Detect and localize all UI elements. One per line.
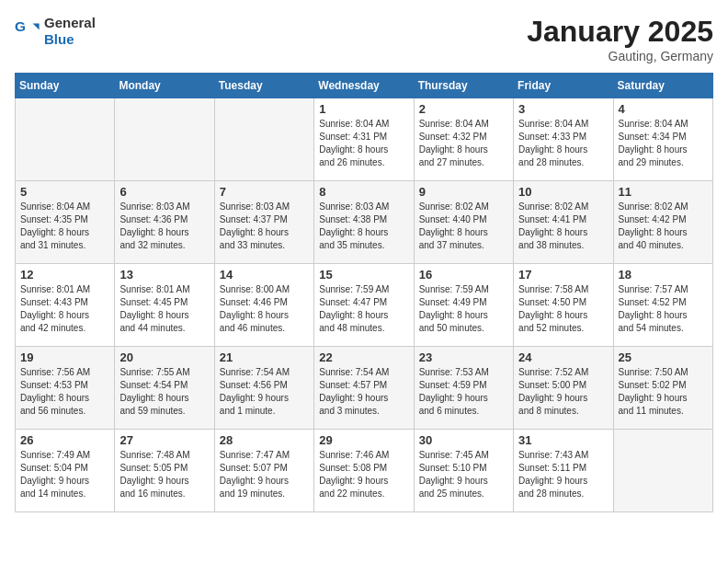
day-info: Sunrise: 8:04 AM Sunset: 4:35 PM Dayligh… — [20, 201, 109, 252]
day-number: 22 — [319, 350, 408, 364]
day-info: Sunrise: 7:59 AM Sunset: 4:47 PM Dayligh… — [319, 283, 408, 335]
day-number: 31 — [518, 433, 608, 447]
calendar-cell: 19Sunrise: 7:56 AM Sunset: 4:53 PM Dayli… — [16, 347, 115, 430]
calendar-cell: 12Sunrise: 8:01 AM Sunset: 4:43 PM Dayli… — [16, 264, 115, 347]
calendar-cell: 24Sunrise: 7:52 AM Sunset: 5:00 PM Dayli… — [514, 347, 613, 430]
calendar-table: SundayMondayTuesdayWednesdayThursdayFrid… — [15, 73, 713, 512]
calendar-cell: 23Sunrise: 7:53 AM Sunset: 4:59 PM Dayli… — [414, 347, 513, 430]
day-info: Sunrise: 8:02 AM Sunset: 4:42 PM Dayligh… — [619, 201, 708, 252]
day-info: Sunrise: 8:04 AM Sunset: 4:32 PM Dayligh… — [419, 118, 508, 169]
calendar-cell: 4Sunrise: 8:04 AM Sunset: 4:34 PM Daylig… — [613, 98, 712, 181]
calendar-cell: 2Sunrise: 8:04 AM Sunset: 4:32 PM Daylig… — [414, 98, 513, 181]
calendar-cell: 11Sunrise: 8:02 AM Sunset: 4:42 PM Dayli… — [613, 181, 712, 264]
logo: G General Blue — [15, 15, 96, 48]
day-info: Sunrise: 7:45 AM Sunset: 5:10 PM Dayligh… — [419, 449, 508, 500]
calendar-cell: 13Sunrise: 8:01 AM Sunset: 4:45 PM Dayli… — [115, 264, 214, 347]
day-info: Sunrise: 7:59 AM Sunset: 4:49 PM Dayligh… — [419, 283, 508, 335]
location-label: Gauting, Germany — [527, 49, 713, 63]
day-number: 29 — [319, 433, 408, 447]
calendar-cell: 17Sunrise: 7:58 AM Sunset: 4:50 PM Dayli… — [514, 264, 613, 347]
calendar-week-row: 12Sunrise: 8:01 AM Sunset: 4:43 PM Dayli… — [16, 264, 713, 347]
day-info: Sunrise: 7:46 AM Sunset: 5:08 PM Dayligh… — [319, 449, 408, 500]
logo-text: General Blue — [44, 15, 96, 48]
day-number: 26 — [20, 433, 109, 447]
calendar-cell: 29Sunrise: 7:46 AM Sunset: 5:08 PM Dayli… — [314, 430, 414, 512]
day-number: 5 — [20, 185, 109, 199]
calendar-cell: 22Sunrise: 7:54 AM Sunset: 4:57 PM Dayli… — [314, 347, 414, 430]
day-info: Sunrise: 7:58 AM Sunset: 4:50 PM Dayligh… — [518, 283, 608, 335]
day-number: 16 — [419, 268, 508, 282]
day-number: 15 — [319, 268, 408, 282]
day-info: Sunrise: 8:03 AM Sunset: 4:38 PM Dayligh… — [319, 201, 408, 252]
day-number: 9 — [419, 185, 508, 199]
calendar-week-row: 26Sunrise: 7:49 AM Sunset: 5:04 PM Dayli… — [16, 430, 713, 512]
day-info: Sunrise: 8:02 AM Sunset: 4:41 PM Dayligh… — [518, 201, 608, 252]
weekday-header: Friday — [514, 74, 613, 98]
svg-text:G: G — [15, 18, 26, 34]
weekday-header: Saturday — [613, 74, 712, 98]
calendar-week-row: 1Sunrise: 8:04 AM Sunset: 4:31 PM Daylig… — [16, 98, 713, 181]
calendar-cell: 3Sunrise: 8:04 AM Sunset: 4:33 PM Daylig… — [514, 98, 613, 181]
day-number: 14 — [220, 268, 309, 282]
weekday-header: Tuesday — [214, 74, 313, 98]
day-info: Sunrise: 7:50 AM Sunset: 5:02 PM Dayligh… — [619, 366, 708, 418]
calendar-week-row: 5Sunrise: 8:04 AM Sunset: 4:35 PM Daylig… — [16, 181, 713, 264]
day-info: Sunrise: 8:03 AM Sunset: 4:36 PM Dayligh… — [119, 201, 209, 252]
day-info: Sunrise: 7:47 AM Sunset: 5:07 PM Dayligh… — [220, 449, 309, 500]
day-number: 10 — [518, 185, 608, 199]
day-info: Sunrise: 7:55 AM Sunset: 4:54 PM Dayligh… — [119, 366, 209, 418]
calendar-cell: 14Sunrise: 8:00 AM Sunset: 4:46 PM Dayli… — [214, 264, 313, 347]
logo-blue: Blue — [44, 31, 74, 47]
day-info: Sunrise: 7:54 AM Sunset: 4:57 PM Dayligh… — [319, 366, 408, 418]
logo-general: General — [44, 15, 96, 30]
weekday-header: Wednesday — [314, 74, 414, 98]
calendar-cell: 6Sunrise: 8:03 AM Sunset: 4:36 PM Daylig… — [115, 181, 214, 264]
calendar-cell: 25Sunrise: 7:50 AM Sunset: 5:02 PM Dayli… — [613, 347, 712, 430]
calendar-cell — [115, 98, 214, 181]
calendar-cell: 10Sunrise: 8:02 AM Sunset: 4:41 PM Dayli… — [514, 181, 613, 264]
day-info: Sunrise: 8:00 AM Sunset: 4:46 PM Dayligh… — [220, 283, 309, 335]
day-number: 8 — [319, 185, 408, 199]
day-number: 19 — [20, 350, 109, 364]
day-info: Sunrise: 7:54 AM Sunset: 4:56 PM Dayligh… — [220, 366, 309, 418]
calendar-cell: 28Sunrise: 7:47 AM Sunset: 5:07 PM Dayli… — [214, 430, 313, 512]
day-number: 17 — [518, 268, 608, 282]
day-number: 20 — [119, 350, 209, 364]
day-number: 13 — [119, 268, 209, 282]
day-number: 25 — [619, 350, 708, 364]
svg-marker-1 — [33, 24, 40, 30]
day-number: 21 — [220, 350, 309, 364]
day-number: 23 — [419, 350, 508, 364]
calendar-cell: 18Sunrise: 7:57 AM Sunset: 4:52 PM Dayli… — [613, 264, 712, 347]
day-info: Sunrise: 8:01 AM Sunset: 4:43 PM Dayligh… — [20, 283, 109, 335]
calendar-cell — [16, 98, 115, 181]
day-number: 24 — [518, 350, 608, 364]
title-block: January 2025 Gauting, Germany — [527, 15, 713, 63]
day-info: Sunrise: 7:53 AM Sunset: 4:59 PM Dayligh… — [419, 366, 508, 418]
day-info: Sunrise: 7:43 AM Sunset: 5:11 PM Dayligh… — [518, 449, 608, 500]
day-info: Sunrise: 8:03 AM Sunset: 4:37 PM Dayligh… — [220, 201, 309, 252]
calendar-cell: 16Sunrise: 7:59 AM Sunset: 4:49 PM Dayli… — [414, 264, 513, 347]
calendar-cell: 21Sunrise: 7:54 AM Sunset: 4:56 PM Dayli… — [214, 347, 313, 430]
calendar-week-row: 19Sunrise: 7:56 AM Sunset: 4:53 PM Dayli… — [16, 347, 713, 430]
logo-icon: G — [15, 18, 40, 44]
day-info: Sunrise: 7:52 AM Sunset: 5:00 PM Dayligh… — [518, 366, 608, 418]
calendar-cell — [214, 98, 313, 181]
weekday-header-row: SundayMondayTuesdayWednesdayThursdayFrid… — [16, 74, 713, 98]
calendar-cell: 9Sunrise: 8:02 AM Sunset: 4:40 PM Daylig… — [414, 181, 513, 264]
day-number: 11 — [619, 185, 708, 199]
calendar-cell: 27Sunrise: 7:48 AM Sunset: 5:05 PM Dayli… — [115, 430, 214, 512]
day-number: 7 — [220, 185, 309, 199]
month-year-title: January 2025 — [527, 15, 713, 49]
page-header: G General Blue January 2025 Gauting, Ger… — [15, 15, 713, 63]
day-number: 1 — [319, 102, 408, 116]
calendar-cell: 20Sunrise: 7:55 AM Sunset: 4:54 PM Dayli… — [115, 347, 214, 430]
calendar-cell — [613, 430, 712, 512]
day-info: Sunrise: 8:02 AM Sunset: 4:40 PM Dayligh… — [419, 201, 508, 252]
calendar-cell: 8Sunrise: 8:03 AM Sunset: 4:38 PM Daylig… — [314, 181, 414, 264]
day-number: 2 — [419, 102, 508, 116]
day-info: Sunrise: 7:48 AM Sunset: 5:05 PM Dayligh… — [119, 449, 209, 500]
day-info: Sunrise: 8:01 AM Sunset: 4:45 PM Dayligh… — [119, 283, 209, 335]
day-number: 27 — [119, 433, 209, 447]
day-number: 30 — [419, 433, 508, 447]
